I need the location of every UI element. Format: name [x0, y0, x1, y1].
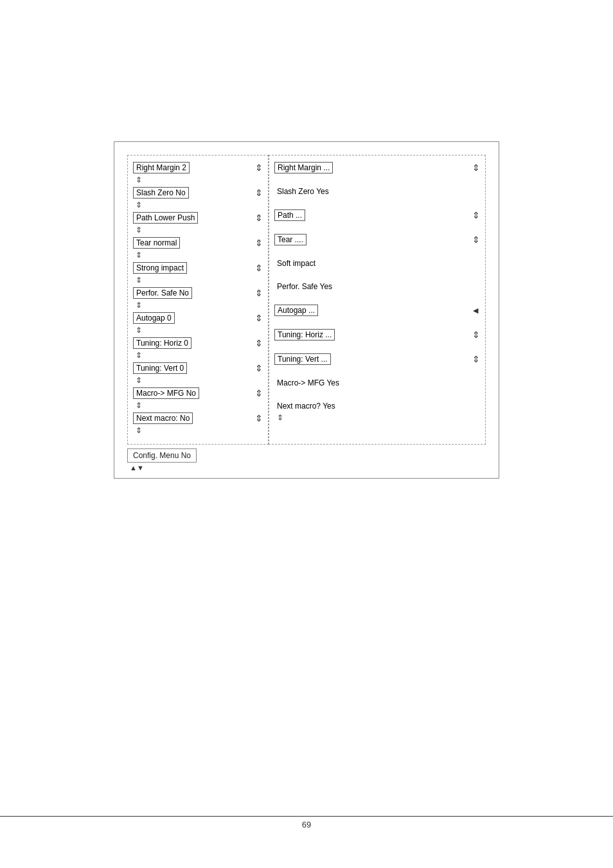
sort-icon-next-macro-no: ⇕: [255, 413, 263, 423]
sort-icon-path-lower-push: ⇕: [255, 213, 263, 223]
slash-zero-no-label: Slash Zero No: [133, 187, 189, 199]
config-updown-icon: ▲▼: [130, 464, 144, 472]
row-group-next-macro-yes: Next macro? Yes ⇕: [274, 401, 480, 425]
sort-icon-slash-zero-no: ⇕: [255, 188, 263, 198]
row-tear-ellipsis: Tear .... ⇕: [274, 234, 480, 245]
row-group-path-ellipsis: Path ... ⇕: [274, 209, 480, 234]
row-tuning-vert-ellipsis: Tuning: Vert ... ⇕: [274, 353, 480, 365]
updown-arrow-6: ⇕: [136, 326, 263, 335]
row-tuning-vert-0: Tuning: Vert 0 ⇕: [133, 362, 263, 374]
updown-arrow-8: ⇕: [136, 376, 263, 385]
updown-arrow-5: ⇕: [136, 301, 263, 310]
bottom-area: Config. Menu No ▲▼: [127, 448, 486, 472]
row-group-soft-impact: Soft impact: [274, 258, 480, 281]
sort-icon-strong-impact: ⇕: [255, 263, 263, 273]
row-slash-zero-no: Slash Zero No ⇕: [133, 187, 263, 199]
tuning-horiz-ellipsis-label: Tuning: Horiz ...: [274, 329, 335, 341]
path-lower-push-label: Path Lower Push: [133, 212, 198, 224]
tuning-vert-0-label: Tuning: Vert 0: [133, 362, 187, 374]
row-tuning-horiz-0: Tuning: Horiz 0 ⇕: [133, 337, 263, 349]
row-strong-impact: Strong impact ⇕: [133, 262, 263, 274]
row-group-autogap-0: Autogap 0 ⇕ ⇕: [133, 312, 263, 337]
macro-mfg-no-label: Macro-> MFG No: [133, 387, 199, 399]
sort-icon-macro-mfg-no: ⇕: [255, 388, 263, 398]
slash-zero-yes-label: Slash Zero Yes: [274, 186, 332, 197]
row-group-macro-mfg-yes: Macro-> MFG Yes: [274, 378, 480, 401]
updown-arrow-2: ⇕: [136, 226, 263, 235]
sort-icon-tuning-vert-0: ⇕: [255, 363, 263, 373]
tear-normal-label: Tear normal: [133, 237, 180, 249]
updown-arrow-10: ⇕: [136, 426, 263, 435]
outer-container: Right Margin 2 ⇕ ⇕ Slash Zero No ⇕ ⇕: [114, 141, 499, 479]
strong-impact-label: Strong impact: [133, 262, 187, 274]
next-macro-yes-label: Next macro? Yes: [274, 401, 338, 411]
row-group-tear-normal: Tear normal ⇕ ⇕: [133, 237, 263, 262]
updown-arrow-3: ⇕: [136, 251, 263, 260]
row-autogap-ellipsis: Autogap ... ◄: [274, 305, 480, 316]
row-macro-mfg-no: Macro-> MFG No ⇕: [133, 387, 263, 399]
arrow-left-icon-autogap: ◄: [471, 305, 480, 315]
macro-mfg-yes-label: Macro-> MFG Yes: [274, 378, 342, 388]
left-column: Right Margin 2 ⇕ ⇕ Slash Zero No ⇕ ⇕: [127, 155, 269, 445]
row-perfor-safe-no: Perfor. Safe No ⇕: [133, 287, 263, 299]
row-group-tuning-horiz-0: Tuning: Horiz 0 ⇕ ⇕: [133, 337, 263, 362]
row-next-macro-yes: Next macro? Yes: [274, 401, 480, 411]
path-ellipsis-label: Path ...: [274, 209, 305, 221]
right-column: Right Margin ... ⇕ Slash Zero Yes: [269, 155, 486, 445]
row-next-macro-no: Next macro: No ⇕: [133, 412, 263, 424]
updown-arrow-1: ⇕: [136, 200, 263, 209]
next-macro-no-label: Next macro: No: [133, 412, 193, 424]
sort-icon-right-margin-ellipsis: ⇕: [472, 163, 480, 173]
sort-icon-tuning-horiz-ellipsis: ⇕: [472, 330, 480, 340]
row-autogap-0: Autogap 0 ⇕: [133, 312, 263, 324]
inner-boxes: Right Margin 2 ⇕ ⇕ Slash Zero No ⇕ ⇕: [127, 155, 486, 445]
row-soft-impact: Soft impact: [274, 258, 480, 269]
updown-arrow-7: ⇕: [136, 351, 263, 360]
tear-ellipsis-label: Tear ....: [274, 234, 306, 245]
row-group-strong-impact: Strong impact ⇕ ⇕: [133, 262, 263, 287]
row-group-tuning-vert-ellipsis: Tuning: Vert ... ⇕: [274, 353, 480, 378]
sort-icon-autogap-0: ⇕: [255, 313, 263, 323]
perfor-safe-no-label: Perfor. Safe No: [133, 287, 192, 299]
sort-icon-tear-ellipsis: ⇕: [472, 235, 480, 245]
updown-arrow-right-last: ⇕: [277, 413, 480, 422]
row-tuning-horiz-ellipsis: Tuning: Horiz ... ⇕: [274, 329, 480, 341]
row-group-slash-zero-yes: Slash Zero Yes: [274, 186, 480, 209]
row-group-tuning-horiz-ellipsis: Tuning: Horiz ... ⇕: [274, 329, 480, 353]
row-group-slash-zero-no: Slash Zero No ⇕ ⇕: [133, 187, 263, 212]
row-perfor-safe-yes: Perfor. Safe Yes: [274, 281, 480, 292]
row-group-path-lower-push: Path Lower Push ⇕ ⇕: [133, 212, 263, 237]
row-group-autogap-ellipsis: Autogap ... ◄: [274, 305, 480, 329]
config-menu-label: Config. Menu No: [127, 448, 197, 463]
updown-arrow-4: ⇕: [136, 276, 263, 285]
row-group-right-margin-ellipsis: Right Margin ... ⇕: [274, 162, 480, 186]
row-macro-mfg-yes: Macro-> MFG Yes: [274, 378, 480, 388]
sort-icon-perfor-safe-no: ⇕: [255, 288, 263, 298]
updown-arrow-9: ⇕: [136, 401, 263, 410]
row-slash-zero-yes: Slash Zero Yes: [274, 186, 480, 197]
row-group-macro-mfg-no: Macro-> MFG No ⇕ ⇕: [133, 387, 263, 412]
sort-icon-tuning-horiz-0: ⇕: [255, 338, 263, 348]
soft-impact-label: Soft impact: [274, 258, 318, 269]
row-group-next-macro-no: Next macro: No ⇕ ⇕: [133, 412, 263, 438]
row-path-lower-push: Path Lower Push ⇕: [133, 212, 263, 224]
row-group-perfor-safe-yes: Perfor. Safe Yes: [274, 281, 480, 305]
bottom-rule: [0, 816, 613, 817]
sort-icon-right-margin-2: ⇕: [255, 163, 263, 173]
row-right-margin-2: Right Margin 2 ⇕: [133, 162, 263, 173]
updown-arrow-0: ⇕: [136, 175, 263, 184]
sort-icon-path-ellipsis: ⇕: [472, 210, 480, 220]
right-margin-ellipsis-label: Right Margin ...: [274, 162, 333, 173]
autogap-0-label: Autogap 0: [133, 312, 175, 324]
row-group-right-margin-2: Right Margin 2 ⇕ ⇕: [133, 162, 263, 187]
row-tear-normal: Tear normal ⇕: [133, 237, 263, 249]
row-group-tear-ellipsis: Tear .... ⇕: [274, 234, 480, 258]
page-number: 69: [302, 820, 311, 829]
right-margin-2-label: Right Margin 2: [133, 162, 190, 173]
row-right-margin-ellipsis: Right Margin ... ⇕: [274, 162, 480, 173]
sort-icon-tear-normal: ⇕: [255, 238, 263, 248]
sort-icon-tuning-vert-ellipsis: ⇕: [472, 354, 480, 364]
tuning-vert-ellipsis-label: Tuning: Vert ...: [274, 353, 331, 365]
autogap-ellipsis-label: Autogap ...: [274, 305, 318, 316]
row-group-tuning-vert-0: Tuning: Vert 0 ⇕ ⇕: [133, 362, 263, 387]
